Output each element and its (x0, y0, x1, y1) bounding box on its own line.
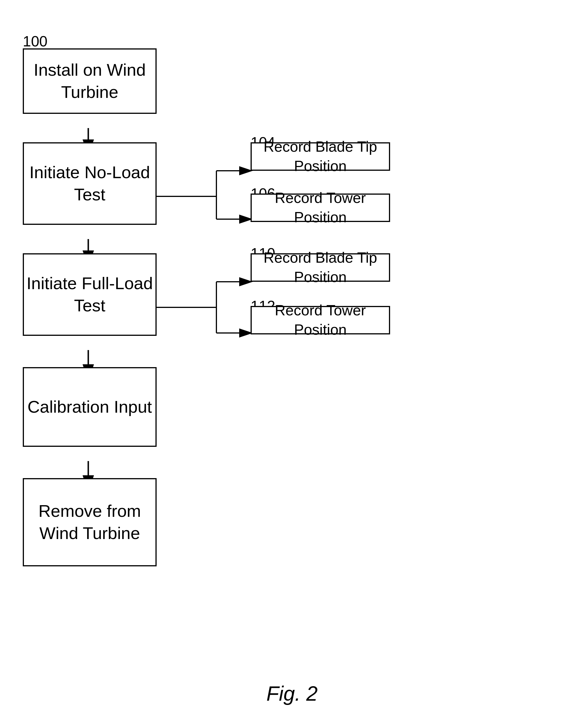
box-full-load: Initiate Full-Load Test (23, 253, 157, 336)
box-tower-pos-1-text: Record Tower Position (252, 188, 389, 227)
box-blade-tip-2-text: Record Blade Tip Position (252, 248, 389, 287)
box-no-load-text: Initiate No-Load Test (24, 161, 155, 206)
box-blade-tip-1: Record Blade Tip Position (251, 142, 390, 171)
box-blade-tip-1-text: Record Blade Tip Position (252, 137, 389, 176)
box-calibration: Calibration Input (23, 367, 157, 447)
box-full-load-text: Initiate Full-Load Test (24, 272, 155, 317)
box-tower-pos-2-text: Record Tower Position (252, 301, 389, 339)
box-remove: Remove from Wind Turbine (23, 478, 157, 566)
diagram: 100 Install on Wind Turbine 102 Initiate… (17, 17, 572, 700)
figure-caption: Fig. 2 (266, 682, 318, 705)
box-blade-tip-2: Record Blade Tip Position (251, 253, 390, 282)
box-calibration-text: Calibration Input (28, 396, 152, 418)
box-remove-text: Remove from Wind Turbine (24, 500, 155, 544)
box-tower-pos-2: Record Tower Position (251, 306, 390, 334)
box-install: Install on Wind Turbine (23, 48, 157, 114)
box-no-load: Initiate No-Load Test (23, 142, 157, 225)
box-install-text: Install on Wind Turbine (24, 59, 155, 103)
box-tower-pos-1: Record Tower Position (251, 193, 390, 222)
label-100: 100 (23, 33, 48, 50)
